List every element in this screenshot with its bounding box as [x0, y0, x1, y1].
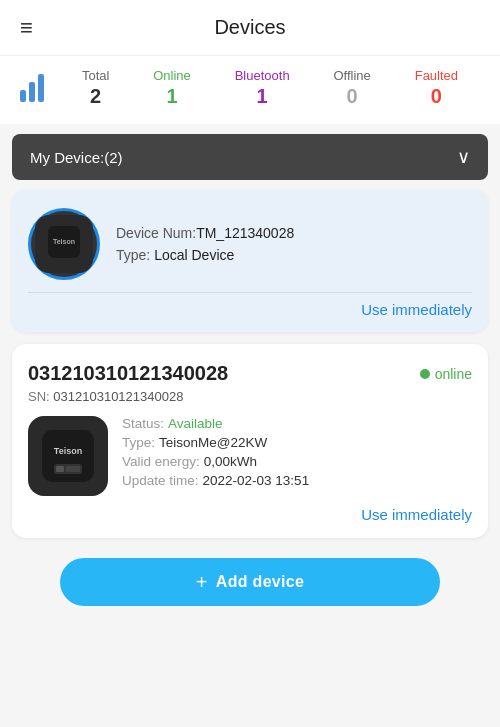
device2-icon-wrapper: Teison [28, 416, 108, 496]
dropdown-label: My Device:(2) [30, 149, 123, 166]
bar-medium [29, 82, 35, 102]
online-badge: online [420, 366, 472, 382]
card2-body: Teison Status: Available Type: TeisonMe@… [28, 416, 472, 496]
use-immediately-btn-2[interactable]: Use immediately [361, 506, 472, 523]
stat-total: Total 2 [82, 68, 109, 108]
offline-label: Offline [333, 68, 370, 83]
device2-icon: Teison [32, 420, 104, 492]
chart-icon [20, 74, 44, 102]
device-type-row: Type: Local Device [116, 247, 472, 263]
offline-value: 0 [347, 85, 358, 108]
update-detail-row: Update time: 2022-02-03 13:51 [122, 473, 472, 488]
type-detail-label: Type: [122, 435, 155, 450]
use-immediately-btn-1[interactable]: Use immediately [28, 301, 472, 318]
card1-info: Device Num:TM_121340028 Type: Local Devi… [116, 225, 472, 263]
energy-detail-row: Valid energy: 0,00kWh [122, 454, 472, 469]
bluetooth-label: Bluetooth [235, 68, 290, 83]
device-card-1: Teison Device Num:TM_121340028 Type: Loc… [12, 190, 488, 332]
type-value: Local Device [154, 247, 234, 263]
plus-icon: + [196, 572, 208, 592]
update-detail-value: 2022-02-03 13:51 [203, 473, 310, 488]
device-num-prefix: Device Num: [116, 225, 196, 241]
card2-details: Status: Available Type: TeisonMe@22KW Va… [122, 416, 472, 492]
svg-rect-7 [56, 466, 64, 472]
add-device-wrapper: + Add device [0, 538, 500, 626]
stats-items: Total 2 Online 1 Bluetooth 1 Offline 0 F… [60, 68, 480, 108]
my-device-dropdown[interactable]: My Device:(2) ∨ [12, 134, 488, 180]
status-detail-row: Status: Available [122, 416, 472, 431]
device-id: 031210310121340028 [28, 362, 228, 385]
type-detail-value: TeisonMe@22KW [159, 435, 267, 450]
status-detail-label: Status: [122, 416, 164, 431]
online-label: Online [153, 68, 191, 83]
update-detail-label: Update time: [122, 473, 199, 488]
stats-bar: Total 2 Online 1 Bluetooth 1 Offline 0 F… [0, 56, 500, 124]
header: ≡ Devices [0, 0, 500, 56]
sn-value: 031210310121340028 [53, 389, 183, 404]
faulted-value: 0 [431, 85, 442, 108]
online-dot-icon [420, 369, 430, 379]
online-status-text: online [435, 366, 472, 382]
bluetooth-value: 1 [257, 85, 268, 108]
sn-row: SN: 031210310121340028 [28, 389, 472, 404]
faulted-label: Faulted [415, 68, 458, 83]
device1-logo: Teison [40, 218, 88, 270]
bar-short [20, 90, 26, 102]
menu-icon[interactable]: ≡ [20, 17, 33, 39]
svg-rect-8 [66, 466, 80, 472]
type-label: Type: [116, 247, 150, 263]
device1-icon: Teison [35, 215, 93, 273]
bar-tall [38, 74, 44, 102]
svg-text:Teison: Teison [53, 238, 75, 245]
card1-divider [28, 292, 472, 293]
card2-header: 031210310121340028 online [28, 362, 472, 385]
stat-online: Online 1 [153, 68, 191, 108]
type-detail-row: Type: TeisonMe@22KW [122, 435, 472, 450]
device1-icon-wrapper: Teison [28, 208, 100, 280]
online-value: 1 [166, 85, 177, 108]
add-device-label: Add device [216, 573, 304, 591]
stat-offline: Offline 0 [333, 68, 370, 108]
energy-detail-value: 0,00kWh [204, 454, 257, 469]
card2-footer: Use immediately [28, 506, 472, 524]
chevron-down-icon: ∨ [457, 146, 470, 168]
svg-text:Teison: Teison [54, 446, 82, 456]
stat-bluetooth: Bluetooth 1 [235, 68, 290, 108]
device-card-2: 031210310121340028 online SN: 0312103101… [12, 344, 488, 538]
sn-label: SN: [28, 389, 50, 404]
stat-faulted: Faulted 0 [415, 68, 458, 108]
device-num-row: Device Num:TM_121340028 [116, 225, 472, 241]
energy-detail-label: Valid energy: [122, 454, 200, 469]
cards-container: Teison Device Num:TM_121340028 Type: Loc… [0, 190, 500, 538]
total-label: Total [82, 68, 109, 83]
add-device-button[interactable]: + Add device [60, 558, 440, 606]
total-value: 2 [90, 85, 101, 108]
page-title: Devices [214, 16, 285, 39]
card1-inner: Teison Device Num:TM_121340028 Type: Loc… [28, 208, 472, 280]
device-num-value: TM_121340028 [196, 225, 294, 241]
status-detail-value: Available [168, 416, 223, 431]
